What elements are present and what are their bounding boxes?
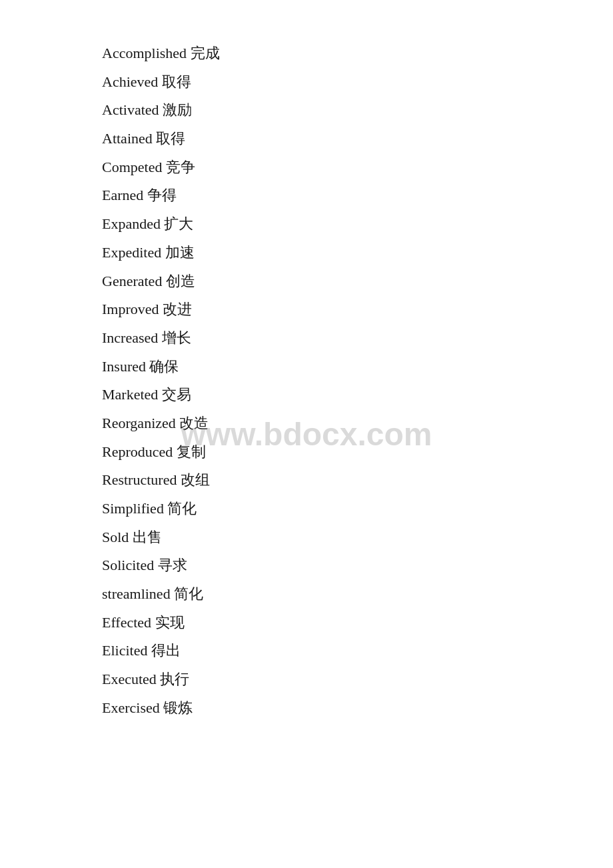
list-item: Competed 竞争	[102, 154, 613, 181]
list-item: Exercised 锻炼	[102, 695, 613, 722]
list-item: Insured 确保	[102, 353, 613, 381]
list-item: Accomplished 完成	[102, 40, 613, 67]
list-item: Attained 取得	[102, 125, 613, 153]
list-item: Reorganized 改造	[102, 410, 613, 437]
list-item: Expanded 扩大	[102, 211, 613, 238]
word-list: Accomplished 完成Achieved 取得Activated 激励At…	[102, 40, 613, 722]
list-item: Executed 执行	[102, 666, 613, 693]
list-item: Restructured 改组	[102, 467, 613, 494]
list-item: Activated 激励	[102, 97, 613, 124]
list-item: Elicited 得出	[102, 637, 613, 665]
list-item: Solicited 寻求	[102, 552, 613, 579]
list-item: Sold 出售	[102, 524, 613, 551]
list-item: Simplified 简化	[102, 495, 613, 523]
list-item: streamlined 简化	[102, 581, 613, 608]
list-item: Expedited 加速	[102, 239, 613, 267]
list-item: Marketed 交易	[102, 381, 613, 409]
list-item: Achieved 取得	[102, 69, 613, 96]
main-content: Accomplished 完成Achieved 取得Activated 激励At…	[0, 0, 613, 763]
list-item: Improved 改进	[102, 296, 613, 323]
list-item: Earned 争得	[102, 182, 613, 209]
list-item: Generated 创造	[102, 268, 613, 295]
list-item: Effected 实现	[102, 609, 613, 637]
list-item: Reproduced 复制	[102, 439, 613, 466]
list-item: Increased 增长	[102, 325, 613, 352]
